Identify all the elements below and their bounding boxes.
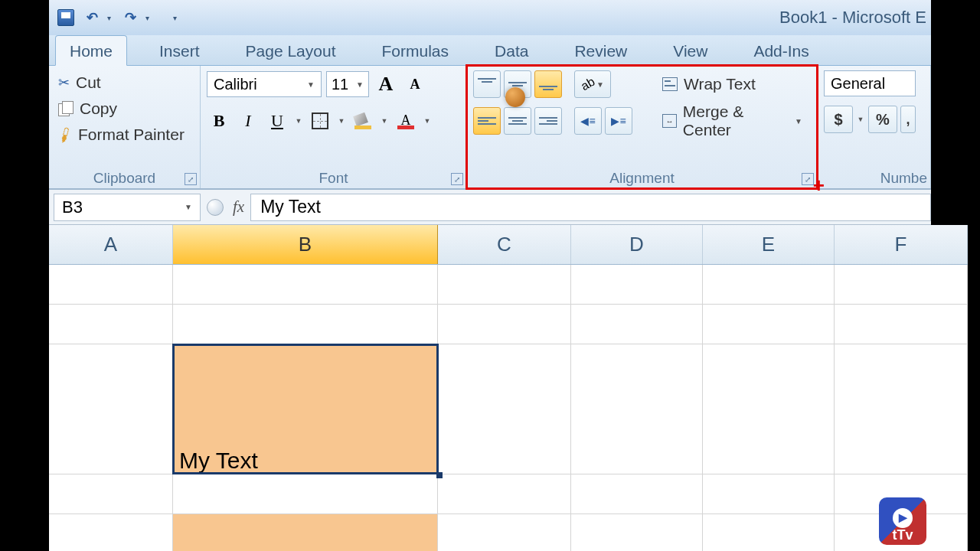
cell[interactable]	[438, 265, 571, 305]
cut-button[interactable]: ✂ Cut	[55, 72, 188, 93]
watermark-logo: tTv	[879, 497, 926, 545]
column-header-c[interactable]: C	[438, 225, 571, 264]
font-color-button[interactable]: A	[394, 107, 418, 135]
font-size-selector[interactable]: 11 ▼	[326, 71, 369, 97]
fill-handle[interactable]	[436, 472, 443, 478]
format-painter-button[interactable]: 🖌 Format Painter	[55, 124, 188, 145]
cell-b3[interactable]: My Text	[173, 344, 438, 474]
cell[interactable]	[703, 305, 835, 344]
font-color-dropdown[interactable]: ▼	[423, 117, 432, 125]
currency-icon: $	[834, 111, 842, 129]
cell[interactable]	[49, 305, 173, 344]
column-header-d[interactable]: D	[571, 225, 703, 264]
decrease-indent-button[interactable]: ◀≡	[574, 107, 602, 135]
tab-add-ins[interactable]: Add-Ins	[740, 36, 822, 65]
cell[interactable]	[173, 474, 438, 514]
shrink-font-button[interactable]: A	[403, 70, 427, 98]
wrap-text-button[interactable]: Wrap Text	[654, 70, 811, 98]
name-box-value: B3	[62, 197, 83, 217]
comma-button[interactable]: ,	[900, 106, 916, 133]
cell[interactable]	[703, 265, 835, 305]
tab-view[interactable]: View	[659, 36, 721, 65]
bold-button[interactable]: B	[207, 107, 231, 135]
underline-dropdown[interactable]: ▼	[294, 117, 303, 125]
cell[interactable]	[571, 514, 703, 551]
orientation-button[interactable]: ab▼	[574, 70, 611, 98]
italic-button[interactable]: I	[236, 107, 260, 135]
align-bottom-button[interactable]	[534, 70, 562, 98]
copy-button[interactable]: Copy	[55, 98, 188, 119]
cancel-formula-icon[interactable]	[207, 199, 224, 216]
font-name-value: Calibri	[214, 76, 257, 93]
fx-label[interactable]: fx	[233, 197, 244, 217]
formula-input[interactable]: My Text	[250, 194, 931, 221]
percent-button[interactable]: %	[868, 106, 897, 133]
undo-dropdown[interactable]: ▾	[107, 14, 115, 22]
align-top-button[interactable]	[473, 70, 501, 98]
cell[interactable]	[49, 344, 173, 474]
undo-button[interactable]: ↶	[81, 7, 103, 28]
cell[interactable]	[438, 474, 571, 514]
column-header-a[interactable]: A	[49, 225, 173, 264]
font-name-selector[interactable]: Calibri ▼	[207, 71, 322, 97]
cell[interactable]	[835, 265, 968, 305]
formula-value: My Text	[260, 197, 321, 217]
group-font: Calibri ▼ 11 ▼ A A B I U ▼ ▼	[201, 66, 467, 188]
bold-icon: B	[214, 111, 225, 131]
column-header-b[interactable]: B	[173, 225, 438, 264]
cell[interactable]	[173, 514, 438, 551]
cell[interactable]	[703, 344, 835, 474]
merge-center-button[interactable]: ↔ Merge & Center ▼	[654, 107, 811, 135]
fill-color-button[interactable]	[351, 107, 375, 135]
fill-color-dropdown[interactable]: ▼	[380, 117, 389, 125]
cell[interactable]	[438, 514, 571, 551]
borders-button[interactable]	[308, 107, 332, 135]
clipboard-launcher[interactable]: ⤢	[185, 173, 197, 185]
cell[interactable]	[173, 305, 438, 344]
tab-insert[interactable]: Insert	[145, 36, 214, 65]
cell[interactable]	[49, 474, 173, 514]
cell[interactable]	[571, 265, 703, 305]
cell-grid[interactable]: My Text	[49, 265, 968, 551]
cell[interactable]	[703, 514, 835, 551]
wrap-text-label: Wrap Text	[684, 75, 756, 93]
column-header-e[interactable]: E	[703, 225, 835, 264]
qat-customize[interactable]: ▾	[173, 14, 181, 22]
redo-dropdown[interactable]: ▾	[145, 14, 153, 22]
column-headers: A B C D E F	[49, 225, 968, 265]
tab-home[interactable]: Home	[55, 35, 127, 66]
cell[interactable]	[438, 305, 571, 344]
borders-dropdown[interactable]: ▼	[337, 117, 346, 125]
tab-formulas[interactable]: Formulas	[368, 36, 463, 65]
tab-data[interactable]: Data	[481, 36, 542, 65]
alignment-launcher[interactable]: ⤢	[802, 173, 814, 185]
number-format-selector[interactable]: General	[824, 70, 916, 96]
chevron-down-icon: ▼	[185, 203, 192, 211]
cell[interactable]	[49, 514, 173, 551]
align-center-button[interactable]	[504, 107, 531, 135]
cell[interactable]	[173, 265, 438, 305]
cell[interactable]	[49, 265, 173, 305]
align-right-button[interactable]	[534, 107, 562, 135]
currency-button[interactable]: $	[824, 106, 853, 133]
cell[interactable]	[835, 305, 968, 344]
align-left-button[interactable]	[473, 107, 501, 135]
cell[interactable]	[835, 344, 968, 474]
underline-button[interactable]: U	[265, 107, 289, 135]
cell[interactable]	[438, 344, 571, 474]
cell[interactable]	[571, 305, 703, 344]
increase-indent-button[interactable]: ▶≡	[605, 107, 632, 135]
save-button[interactable]	[55, 7, 77, 28]
redo-button[interactable]: ↷	[119, 7, 141, 28]
currency-dropdown[interactable]: ▼	[856, 116, 865, 123]
name-box[interactable]: B3 ▼	[54, 194, 201, 221]
tab-review[interactable]: Review	[560, 36, 641, 65]
tab-page-layout[interactable]: Page Layout	[232, 36, 350, 65]
cell[interactable]	[571, 474, 703, 514]
font-launcher[interactable]: ⤢	[451, 173, 463, 185]
cell[interactable]	[703, 474, 835, 514]
cell[interactable]	[571, 344, 703, 474]
worksheet: A B C D E F	[49, 225, 931, 551]
column-header-f[interactable]: F	[835, 225, 968, 264]
grow-font-button[interactable]: A	[374, 70, 398, 98]
